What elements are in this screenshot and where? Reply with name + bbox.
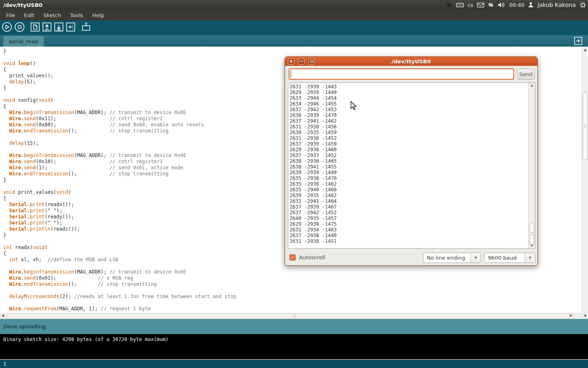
text-caret: [291, 70, 291, 78]
scroll-right-icon[interactable]: ▶: [570, 314, 572, 317]
serial-row: 2631 -2934 -1463: [290, 227, 337, 233]
scroll-up-icon[interactable]: ▲: [582, 48, 588, 52]
serial-row: 2631 -2938 -1451: [290, 238, 337, 244]
code-line[interactable]: delayMicroseconds(2); //needs at least 1…: [3, 294, 581, 300]
session-gear-icon[interactable]: [579, 2, 586, 9]
desktop-top-bar: /dev/ttyUSB0 cs 00:40 Jakub Kakona: [0, 0, 588, 10]
menu-bar: File Edit Sketch Tools Help: [0, 10, 588, 20]
serial-row: 2640 -2935 -1457: [290, 215, 337, 221]
keyboard-layout-label[interactable]: cs: [468, 2, 473, 8]
pinwheel-icon[interactable]: [446, 2, 452, 8]
editor-horizontal-scrollbar[interactable]: ◀ ▶: [0, 313, 581, 319]
window-title: /dev/ttyUSB0: [0, 2, 42, 8]
editor-hscroll-thumb[interactable]: [7, 314, 574, 319]
send-button[interactable]: Send: [517, 69, 535, 80]
serial-row: 2631 -2936 -1452: [290, 135, 337, 141]
autoscroll-checkbox[interactable]: ✓: [290, 254, 296, 260]
network-arrows-icon[interactable]: [488, 2, 494, 8]
serial-row: 2638 -2941 -1455: [290, 164, 337, 170]
serial-scroll-down-icon[interactable]: ▼: [529, 244, 535, 247]
serial-monitor-titlebar[interactable]: /dev/ttyUSB0 x —: [285, 57, 537, 66]
serial-monitor-button[interactable]: [81, 22, 91, 34]
code-line[interactable]: }: [3, 48, 581, 54]
status-bar: Done uploading.: [0, 319, 588, 334]
tab-serial-read[interactable]: serial_read: [3, 36, 44, 47]
baud-rate-dropdown[interactable]: 9600 baud ▼: [484, 253, 535, 263]
arrow-right-icon: [574, 39, 583, 47]
serial-monitor-controls: ✓ Autoscroll No line ending ▼ 9600 baud …: [285, 251, 537, 266]
console-output: Binary sketch size: 4208 bytes (of a 307…: [3, 337, 169, 342]
code-line[interactable]: Wire.beginTransmission(MAG_ADDR); // tra…: [3, 269, 581, 275]
status-message: Done uploading.: [3, 323, 47, 330]
serial-row: 2635 -2940 -1460: [290, 187, 337, 193]
footer-line-indicator-bar: 1: [0, 359, 588, 368]
stop-icon: [14, 22, 25, 34]
serial-row: 2629 -2939 -1449: [290, 90, 337, 95]
tab-bar: serial_read: [0, 35, 588, 47]
minimize-icon[interactable]: —: [298, 58, 305, 65]
menu-sketch[interactable]: Sketch: [39, 11, 66, 20]
autoscroll-label[interactable]: Autoscroll: [299, 254, 325, 260]
system-tray: cs 00:40 Jakub Kakona: [446, 0, 586, 10]
maximize-icon[interactable]: [308, 58, 315, 65]
scroll-left-icon[interactable]: ◀: [2, 314, 4, 317]
serial-row: 2639 -2939 -1449: [290, 170, 337, 175]
open-button[interactable]: [42, 22, 52, 34]
keyboard-icon[interactable]: [456, 2, 464, 8]
editor-vertical-scrollbar[interactable]: ▲ ▼: [581, 47, 588, 319]
scroll-down-icon[interactable]: ▼: [582, 314, 588, 318]
serial-scroll-thumb[interactable]: [530, 223, 534, 245]
serial-monitor-title: /dev/ttyUSB0: [392, 58, 431, 65]
save-icon: [54, 22, 64, 34]
verify-icon: [2, 22, 12, 34]
serial-scroll-up-icon[interactable]: ▲: [529, 84, 535, 87]
serial-row: 2637 -2937 -1452: [290, 153, 337, 158]
stop-button[interactable]: [14, 22, 25, 34]
serial-row: 2630 -2935 -1459: [290, 130, 337, 135]
serial-send-input[interactable]: [289, 68, 514, 80]
menu-edit[interactable]: Edit: [20, 11, 39, 20]
serial-row: 2631 -2939 -1443: [290, 84, 337, 90]
serial-monitor-window: /dev/ttyUSB0 x — Send 2631 -2939 -144326…: [285, 56, 538, 266]
baud-rate-value: 9600 baud: [485, 253, 525, 263]
serial-scrollbar[interactable]: ▲ ▼: [528, 83, 535, 248]
clock[interactable]: 00:40: [509, 2, 524, 8]
user-icon: [528, 2, 534, 8]
serial-row: 2637 -2942 -1453: [290, 107, 337, 112]
close-icon[interactable]: x: [288, 58, 294, 65]
serial-monitor-icon: [81, 22, 91, 34]
menu-tools[interactable]: Tools: [66, 11, 88, 20]
serial-row: 2629 -2938 -1475: [290, 221, 337, 227]
new-tab-button[interactable]: [574, 36, 583, 47]
chevron-down-icon[interactable]: ▼: [470, 253, 481, 263]
mail-icon[interactable]: [477, 2, 484, 8]
volume-icon[interactable]: [497, 2, 506, 8]
verify-button[interactable]: [2, 22, 12, 34]
serial-row: 2634 -2946 -1455: [290, 101, 337, 107]
menu-help[interactable]: Help: [88, 11, 109, 20]
serial-row: 2631 -2938 -1456: [290, 124, 337, 130]
menu-file[interactable]: File: [2, 11, 20, 20]
serial-row: 2637 -2939 -1467: [290, 204, 337, 210]
line-ending-dropdown[interactable]: No line ending ▼: [423, 253, 481, 263]
serial-row: 2636 -2939 -1470: [290, 112, 337, 118]
new-sketch-button[interactable]: [30, 22, 40, 34]
serial-row: 2637 -2939 -1459: [290, 141, 337, 147]
code-line[interactable]: [3, 300, 581, 306]
code-line[interactable]: Wire.requestFrom(MAG_ADDR, 1); // reques…: [3, 306, 581, 312]
upload-icon: [66, 22, 76, 34]
line-indicator: 1: [3, 361, 6, 367]
editor-vscroll-thumb[interactable]: [583, 92, 588, 160]
serial-row: 2639 -2935 -1462: [290, 193, 337, 198]
screen: /dev/ttyUSB0 cs 00:40 Jakub Kakona: [0, 0, 588, 368]
upload-button[interactable]: [66, 22, 76, 34]
build-console: Binary sketch size: 4208 bytes (of a 307…: [0, 334, 588, 359]
code-line[interactable]: Wire.endTransmission(); // stop transmit…: [3, 281, 581, 287]
user-name[interactable]: Jakub Kakona: [537, 2, 576, 8]
save-button[interactable]: [54, 22, 64, 34]
code-line[interactable]: Wire.send(0x01); // x MSB reg: [3, 275, 581, 281]
code-line[interactable]: [3, 287, 581, 294]
serial-output-area[interactable]: 2631 -2939 -14432629 -2939 -14492633 -29…: [288, 83, 535, 249]
chevron-down-icon[interactable]: ▼: [525, 253, 535, 263]
open-icon: [42, 22, 52, 34]
